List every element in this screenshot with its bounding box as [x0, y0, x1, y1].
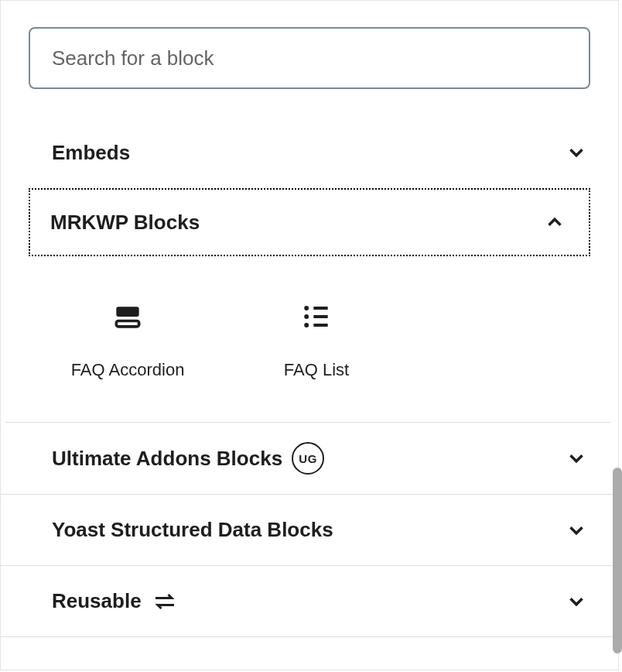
category-title: Embeds: [52, 141, 130, 165]
block-label: FAQ Accordion: [71, 360, 185, 380]
chevron-down-icon: [562, 516, 590, 544]
category-title: Reusable: [52, 589, 142, 613]
category-header-mrkwp[interactable]: MRKWP Blocks: [29, 188, 590, 256]
svg-point-3: [304, 314, 309, 319]
category-header-ultimate[interactable]: Ultimate Addons Blocks UG: [1, 423, 618, 494]
block-label: FAQ List: [284, 360, 349, 380]
chevron-up-icon: [541, 208, 569, 236]
list-icon: [299, 300, 333, 334]
category-ultimate: Ultimate Addons Blocks UG: [1, 423, 618, 494]
category-title: Yoast Structured Data Blocks: [52, 518, 333, 542]
chevron-down-icon: [562, 444, 590, 472]
category-header-yoast[interactable]: Yoast Structured Data Blocks: [1, 494, 618, 565]
block-faq-accordion[interactable]: FAQ Accordion: [33, 292, 222, 380]
search-input[interactable]: [29, 27, 590, 89]
svg-rect-1: [116, 321, 138, 327]
category-reusable: Reusable: [1, 565, 618, 636]
scrollbar-thumb[interactable]: [613, 468, 622, 653]
block-inserter-panel: Embeds MRKWP Blocks: [0, 0, 619, 670]
category-yoast: Yoast Structured Data Blocks: [1, 494, 618, 565]
category-header-reusable[interactable]: Reusable: [1, 565, 618, 636]
chevron-down-icon: [562, 139, 590, 166]
ug-badge-icon: UG: [292, 442, 324, 475]
category-embeds: Embeds: [1, 117, 618, 188]
category-title: Ultimate Addons Blocks: [52, 447, 282, 471]
block-faq-list[interactable]: FAQ List: [222, 292, 411, 380]
svg-rect-0: [116, 307, 138, 317]
category-header-embeds[interactable]: Embeds: [1, 117, 618, 188]
loop-icon: [151, 588, 179, 615]
categories-list: Embeds MRKWP Blocks: [1, 117, 618, 637]
divider: [1, 636, 618, 637]
search-container: [1, 27, 618, 89]
accordion-icon: [111, 300, 145, 334]
category-title: MRKWP Blocks: [50, 211, 200, 235]
chevron-down-icon: [562, 588, 590, 615]
blocks-grid: FAQ Accordion FAQ List: [5, 256, 610, 423]
category-mrkwp: MRKWP Blocks FAQ Accordion: [29, 188, 590, 423]
svg-point-2: [304, 306, 309, 310]
svg-point-4: [304, 323, 309, 327]
